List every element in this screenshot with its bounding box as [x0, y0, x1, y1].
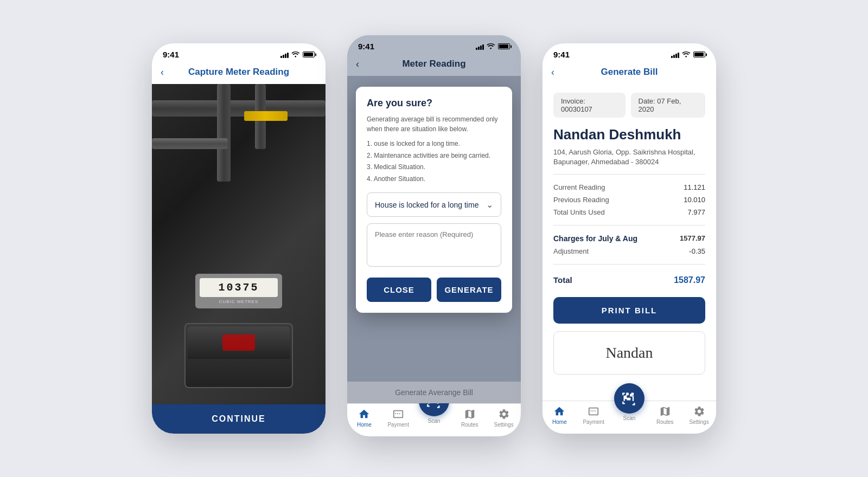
status-time-2: 9:41 — [358, 42, 374, 51]
nav-item-settings-2[interactable]: Settings — [490, 408, 518, 428]
invoice-row: Invoice: 00030107 Date: 07 Feb, 2020 — [553, 93, 705, 118]
home-label-2: Home — [357, 422, 372, 428]
current-reading-label: Current Reading — [553, 183, 605, 191]
list-item-3: 3. Medical Situation. — [367, 162, 501, 173]
meter-image-container: 10375 CUBIC METRES — [152, 84, 326, 404]
bill-customer-address: 104, Aarush Gloria, Opp. Saikrishna Hosp… — [553, 147, 705, 167]
total-label: Total — [553, 275, 572, 285]
status-icons-2 — [476, 43, 510, 50]
scan-fab-3[interactable] — [614, 383, 644, 414]
routes-label-2: Routes — [461, 422, 478, 428]
nav-title-1: Capture Meter Reading — [188, 67, 289, 78]
charges-row: Charges for July & Aug 1577.97 — [553, 232, 705, 245]
nav-header-1: ‹ Capture Meter Reading — [152, 62, 326, 84]
signal-icon-2 — [476, 43, 484, 50]
nav-item-scan-3[interactable]: Scan — [614, 398, 644, 421]
nav-item-routes-3[interactable]: Routes — [652, 405, 679, 425]
total-units-value: 7.977 — [687, 208, 705, 216]
list-item-1: 1. ouse is locked for a long time. — [367, 138, 501, 150]
signal-icon-3 — [671, 51, 679, 58]
settings-icon-2 — [498, 408, 510, 420]
nav-item-settings-3[interactable]: Settings — [686, 405, 713, 425]
bottom-nav-3: Home Payment Scan Route — [542, 401, 716, 434]
status-bar-1: 9:41 — [152, 43, 326, 62]
invoice-number: Invoice: 00030107 — [553, 93, 626, 118]
divider-2 — [553, 225, 705, 225]
scan-label-3: Scan — [623, 415, 636, 421]
status-icons-3 — [671, 51, 705, 59]
reason-dropdown[interactable]: House is locked for a long time ⌄ — [367, 192, 501, 217]
battery-icon-2 — [498, 43, 510, 49]
list-item-2: 2. Maintenance activities are being carr… — [367, 150, 501, 162]
routes-label-3: Routes — [656, 419, 674, 425]
previous-reading-label: Previous Reading — [553, 196, 609, 204]
charges-label: Charges for July & Aug — [553, 234, 637, 243]
bottom-nav-2: Home Payment Scan Route — [347, 403, 521, 436]
pipe-vertical-1 — [217, 84, 231, 182]
meter-box: 10375 CUBIC METRES — [195, 274, 282, 308]
nav-item-home-2[interactable]: Home — [350, 408, 378, 428]
battery-icon-1 — [303, 51, 315, 57]
divider-3 — [553, 264, 705, 265]
yellow-pipe — [244, 111, 288, 121]
total-units-row: Total Units Used 7.977 — [553, 206, 705, 218]
meter-display: 10375 — [200, 278, 278, 297]
settings-label-3: Settings — [690, 419, 709, 425]
total-units-label: Total Units Used — [553, 208, 605, 216]
back-button-3[interactable]: ‹ — [551, 67, 554, 78]
status-time-1: 9:41 — [163, 50, 179, 59]
status-bar-2: 9:41 — [347, 35, 521, 54]
nav-item-scan-2[interactable]: Scan — [419, 401, 449, 424]
nav-item-routes-2[interactable]: Routes — [456, 408, 483, 428]
screen1-phone: 9:41 ‹ Capture — [152, 43, 326, 434]
list-item-4: 4. Another Situation. — [367, 173, 501, 185]
routes-icon-2 — [464, 408, 476, 420]
home-label-3: Home — [552, 419, 567, 425]
screen2-content: Shyam Gopalkrushna Kuman Generate Averan… — [347, 76, 521, 403]
nav-item-home-3[interactable]: Home — [546, 405, 573, 425]
continue-button[interactable]: CONTINUE — [152, 404, 326, 434]
bill-content: Invoice: 00030107 Date: 07 Feb, 2020 Nan… — [542, 84, 716, 401]
battery-icon-3 — [693, 51, 705, 57]
generate-button[interactable]: GENERATE — [437, 278, 501, 302]
nav-title-3: Generate Bill — [601, 67, 658, 78]
dropdown-selected-value: House is locked for a long time — [375, 201, 478, 209]
signal-icon-1 — [280, 51, 289, 58]
nav-item-payment-3[interactable]: Payment — [580, 405, 607, 425]
adjustment-row: Adjustment -0.35 — [553, 245, 705, 257]
meter-unit-label: CUBIC METRES — [200, 299, 278, 304]
payment-icon-2 — [392, 408, 404, 420]
back-button-2[interactable]: ‹ — [356, 59, 359, 70]
divider-1 — [553, 174, 705, 175]
modal-title: Are you sure? — [367, 98, 501, 109]
status-bar-3: 9:41 — [542, 43, 716, 62]
payment-label-3: Payment — [583, 419, 604, 425]
nav-header-2: ‹ Meter Reading — [347, 54, 521, 76]
screen2-phone: 9:41 ‹ Meter R — [347, 35, 521, 436]
modal-card: Are you sure? Generating average bill is… — [356, 87, 512, 313]
invoice-date: Date: 07 Feb, 2020 — [631, 93, 705, 118]
total-row: Total 1587.97 — [553, 271, 705, 289]
pipe-mid — [152, 138, 228, 149]
wifi-icon-1 — [291, 51, 300, 59]
modal-description: Generating average bill is recommended o… — [367, 114, 501, 134]
reason-textarea[interactable] — [367, 223, 501, 267]
payment-label-2: Payment — [387, 422, 409, 428]
previous-reading-value: 10.010 — [684, 196, 705, 204]
home-icon-3 — [553, 405, 565, 417]
print-bill-button[interactable]: PRINT BILL — [553, 297, 705, 324]
chevron-down-icon: ⌄ — [486, 199, 493, 210]
home-icon-2 — [358, 408, 370, 420]
nav-item-payment-2[interactable]: Payment — [385, 408, 412, 428]
modal-list: 1. ouse is locked for a long time. 2. Ma… — [367, 138, 501, 185]
status-time-3: 9:41 — [553, 50, 570, 59]
signature: Nandan — [605, 344, 653, 362]
routes-icon-3 — [659, 405, 671, 417]
current-reading-value: 11.121 — [684, 183, 705, 191]
status-icons-1 — [280, 51, 315, 59]
previous-reading-row: Previous Reading 10.010 — [553, 194, 705, 206]
current-reading-row: Current Reading 11.121 — [553, 181, 705, 194]
settings-label-2: Settings — [494, 422, 514, 428]
back-button-1[interactable]: ‹ — [161, 67, 164, 78]
close-button[interactable]: CLOSE — [367, 278, 431, 302]
